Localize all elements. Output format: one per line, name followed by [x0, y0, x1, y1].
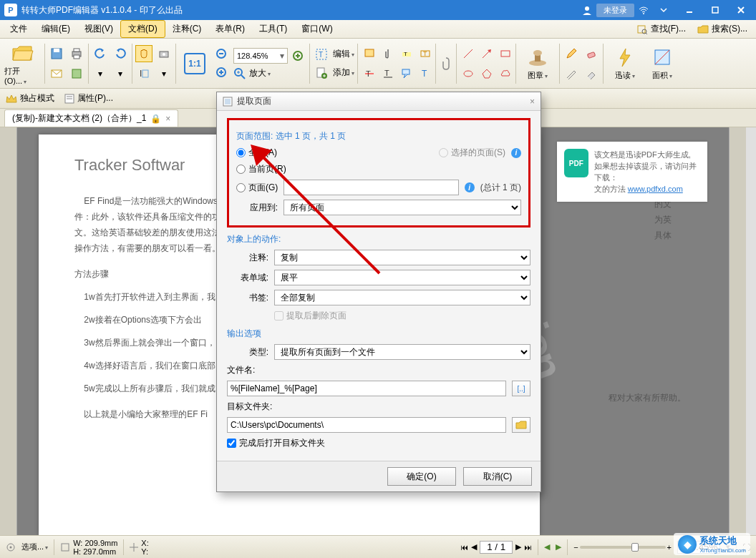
minimize-button[interactable]	[679, 2, 700, 18]
next-page-icon[interactable]: ▶	[515, 542, 521, 552]
annot-select[interactable]: 复制	[274, 250, 530, 265]
info-icon-2[interactable]: i	[465, 182, 475, 192]
strikeout-icon[interactable]: T	[361, 65, 378, 82]
select-text-icon[interactable]: I	[135, 65, 152, 82]
bookmark-select[interactable]: 全部复制	[274, 290, 530, 305]
hand-tool-icon[interactable]	[135, 45, 152, 62]
zoom-slider[interactable]: − +	[573, 543, 672, 552]
right-panel-strip[interactable]	[729, 127, 746, 535]
info-icon[interactable]: i	[511, 148, 521, 158]
dialog-titlebar[interactable]: 提取页面 ×	[217, 92, 541, 111]
nav-fwd-icon[interactable]: ▶	[556, 542, 561, 552]
zoom-plus-icon[interactable]: +	[667, 543, 672, 552]
exclusive-mode-button[interactable]: 独占模式	[6, 92, 54, 104]
menu-edit[interactable]: 编辑(E)	[34, 20, 77, 38]
menu-tool[interactable]: 工具(T)	[252, 20, 294, 38]
oval-icon[interactable]	[460, 65, 477, 82]
redo-drop-icon[interactable]: ▾	[112, 65, 129, 82]
redo-icon[interactable]	[112, 45, 129, 62]
menu-file[interactable]: 文件	[3, 20, 34, 38]
save-icon[interactable]	[48, 45, 65, 62]
line-icon[interactable]	[460, 45, 477, 62]
pdf-link[interactable]: www.pdfxd.com	[628, 185, 683, 193]
rect-icon[interactable]	[497, 45, 514, 62]
zoom-out-icon[interactable]	[213, 46, 231, 63]
page-number-input[interactable]	[480, 541, 513, 554]
undo-icon[interactable]	[92, 45, 109, 62]
edit-drop[interactable]: 编辑	[333, 48, 354, 60]
snapshot-icon[interactable]	[155, 45, 173, 62]
radio-pages[interactable]: 页面(G)	[236, 182, 278, 194]
email-icon[interactable]	[48, 65, 65, 82]
open-after-checkbox[interactable]: 完成后打开目标文件夹	[227, 437, 325, 449]
zoom-plus-icon[interactable]	[289, 47, 306, 64]
eraser2-icon[interactable]	[583, 65, 600, 82]
search-button[interactable]: 搜索(S)...	[692, 20, 753, 38]
menu-view[interactable]: 视图(V)	[77, 20, 120, 38]
typewriter-icon[interactable]: T	[417, 65, 434, 82]
zoom-input[interactable]	[234, 49, 277, 63]
highlight-icon[interactable]: T	[398, 45, 415, 62]
print-icon[interactable]	[68, 45, 85, 62]
zoom-minus-icon[interactable]: −	[573, 543, 578, 552]
radio-selected[interactable]: 选择的页面(S)	[439, 147, 505, 159]
eraser-icon[interactable]	[583, 45, 600, 62]
area-button[interactable]: 面积	[646, 41, 678, 87]
type-select[interactable]: 提取所有页面到一个文件	[274, 344, 530, 360]
menu-window[interactable]: 窗口(W)	[294, 20, 339, 38]
undo-drop-icon[interactable]: ▾	[92, 65, 109, 82]
delete-after-checkbox[interactable]: 提取后删除页面	[274, 310, 346, 322]
dialog-close-icon[interactable]: ×	[530, 97, 535, 107]
options-button[interactable]: 选项...	[21, 542, 48, 552]
fast-read-button[interactable]: 迅读	[606, 41, 644, 87]
dest-input[interactable]	[227, 417, 506, 433]
text-box-icon[interactable]: T	[417, 45, 434, 62]
form-select[interactable]: 展平	[274, 270, 530, 285]
login-button[interactable]: 未登录	[596, 4, 634, 17]
first-page-icon[interactable]: ⏮	[460, 543, 468, 552]
browse-folder-button[interactable]	[512, 417, 530, 433]
edit-content-icon[interactable]: T	[313, 46, 330, 63]
close-button[interactable]	[730, 2, 752, 18]
note-icon[interactable]	[361, 45, 378, 62]
last-page-icon[interactable]: ⏭	[524, 543, 532, 552]
pencil2-icon[interactable]	[563, 65, 580, 82]
apply-to-select[interactable]: 所有页面	[284, 200, 521, 215]
clip-icon[interactable]	[439, 55, 453, 72]
menu-form[interactable]: 表单(R)	[208, 20, 252, 38]
dropdown-button[interactable]	[653, 2, 674, 18]
stamp-button[interactable]: 图章	[519, 41, 556, 87]
macro-button[interactable]: [..]	[512, 381, 530, 396]
zoom-combo[interactable]: ▾	[233, 48, 288, 64]
zoom-big-label[interactable]: 放大	[249, 67, 271, 79]
ok-button[interactable]: 确定(O)	[387, 467, 456, 486]
filename-input[interactable]	[227, 381, 506, 396]
pencil-icon[interactable]	[563, 45, 580, 62]
underline-icon[interactable]: T	[379, 65, 397, 82]
left-panel-strip[interactable]	[0, 127, 17, 535]
maximize-button[interactable]	[704, 2, 726, 18]
nav-back-icon[interactable]: ◀	[544, 542, 550, 552]
zoom-in-icon[interactable]	[213, 64, 231, 82]
open-button[interactable]: 打开(O)...	[4, 41, 42, 87]
add-drop[interactable]: 添加	[333, 67, 354, 79]
cancel-button[interactable]: 取消(C)	[463, 467, 532, 486]
vertical-scrollbar[interactable]	[746, 127, 756, 535]
attach-icon[interactable]	[379, 45, 397, 62]
pages-input[interactable]	[284, 180, 458, 195]
menu-document[interactable]: 文档(D)	[120, 20, 165, 38]
callout-icon[interactable]	[398, 65, 415, 82]
menu-annotation[interactable]: 注释(C)	[165, 20, 209, 38]
document-tab[interactable]: (复制)-新建文本文档 (2)（合并）_1 🔒 ×	[4, 109, 178, 127]
prev-page-icon[interactable]: ◀	[471, 542, 477, 552]
tab-close-icon[interactable]: ×	[165, 114, 170, 124]
add-content-icon[interactable]	[313, 64, 330, 82]
polygon-icon[interactable]	[478, 65, 495, 82]
radio-all[interactable]: 全部(A)	[236, 147, 277, 159]
fit-1to1-button[interactable]: 1:1	[179, 41, 210, 87]
scan-icon[interactable]	[68, 65, 85, 82]
properties-button[interactable]: 属性(P)...	[64, 92, 113, 104]
arrow-icon[interactable]	[478, 45, 495, 62]
find-button[interactable]: 查找(F)...	[631, 20, 692, 38]
select-drop-icon[interactable]: ▾	[155, 65, 173, 82]
